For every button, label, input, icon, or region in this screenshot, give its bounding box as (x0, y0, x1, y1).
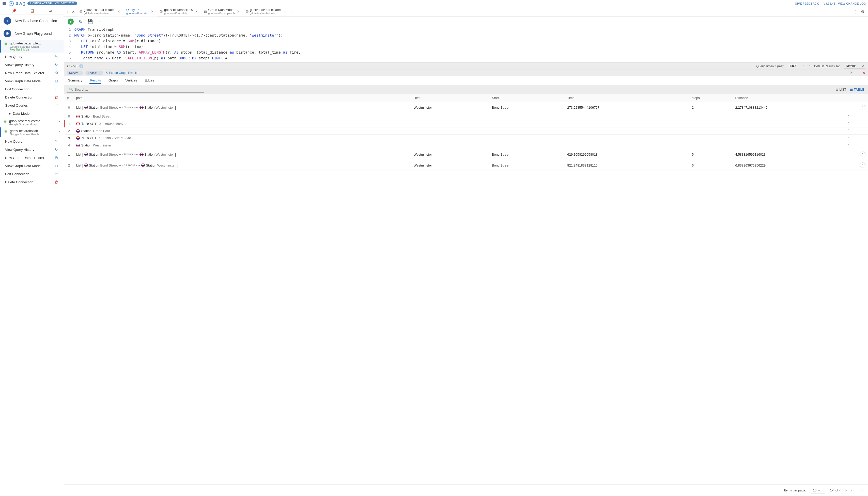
export-results-button[interactable]: ⇱ Export Graph Results (106, 71, 138, 75)
view-model-action[interactable]: View Graph Data Model⊟ (0, 77, 64, 85)
settings-icon[interactable]: ⚙ (861, 10, 865, 14)
col-start[interactable]: Start (489, 94, 565, 102)
expand-row-button[interactable]: ˅ (860, 162, 866, 168)
sub-row[interactable]: 0 Station Bond Street ˅ (64, 113, 868, 120)
chevron-up-icon[interactable]: ˄ (808, 64, 812, 68)
menu-icon[interactable] (2, 2, 6, 5)
tab-next-icon[interactable]: › (290, 8, 294, 15)
view-history-action[interactable]: View Query History↻ (0, 61, 64, 69)
sub-row[interactable]: 3 ↻ ROUTE 1.3519655931740646 ˅ (64, 135, 868, 142)
connection-example[interactable]: gdotv-test/example… Google Spanner Graph… (0, 40, 64, 52)
save-icon[interactable]: 💾 (87, 19, 93, 25)
result-tab-summary[interactable]: Summary (68, 77, 83, 84)
timeout-input[interactable] (787, 64, 799, 68)
expand-row-button[interactable]: ˅ (860, 152, 866, 157)
collapse-row-button[interactable]: ˄ (860, 105, 866, 110)
view-model-action-2[interactable]: View Graph Data Model⊟ (0, 162, 64, 170)
delete-conn-action-2[interactable]: Delete Connection🗑 (0, 178, 64, 186)
result-tab-edges[interactable]: Edges (144, 77, 154, 84)
code-content[interactable]: GRAPH TransitGraph MATCH p=(src:Station{… (74, 27, 868, 61)
close-icon[interactable]: ✕ (863, 71, 866, 75)
col-idx[interactable]: # (64, 94, 74, 102)
tab-transitdb0[interactable]: ⛁ gdotv-test/transitdb0gdotv-test/transi… (157, 7, 201, 16)
tab-close-left-icon[interactable]: ✕ (70, 8, 76, 15)
new-explorer-action-2[interactable]: New Graph Data Explorer⛁ (0, 154, 64, 162)
list-view-button[interactable]: ▤ LIST (836, 88, 847, 91)
delete-conn-action[interactable]: Delete Connection🗑 (0, 93, 64, 101)
code-editor[interactable]: 123456 GRAPH TransitGraph MATCH p=(src:S… (64, 27, 868, 62)
chevron-down-icon[interactable]: ˅ (848, 136, 855, 140)
search-input[interactable] (75, 88, 201, 91)
help-icon[interactable]: ? (850, 71, 852, 75)
close-icon[interactable]: ✕ (283, 10, 287, 13)
run-button[interactable]: ▶ (68, 18, 74, 25)
last-page-icon[interactable]: ›| (862, 489, 864, 492)
result-tab-results[interactable]: Results (89, 77, 101, 84)
table-row[interactable]: 0 List[ Station Bond Street •••3 more•••… (64, 102, 868, 113)
version-link[interactable]: V3.21.42 - VIEW CHANGE LOG (824, 2, 866, 5)
data-model-action[interactable]: ▸ Data Model (0, 109, 64, 118)
tfl-icon (140, 153, 143, 156)
col-distance[interactable]: Distance (733, 94, 857, 102)
minimize-icon[interactable]: — (855, 71, 859, 75)
saved-queries-action[interactable]: Saved Queries˅ (0, 101, 64, 109)
close-icon[interactable]: ✕ (195, 10, 198, 13)
next-page-icon[interactable]: › (856, 489, 857, 492)
chevron-up-icon[interactable]: ˄ (58, 130, 60, 135)
kebab-icon[interactable]: ⋮ (854, 10, 858, 14)
tab-real-estate0[interactable]: ⛁ gdotv-test/real-estate0gdotv-test/real… (77, 7, 123, 16)
view-history-action-2[interactable]: View Query History↻ (0, 145, 64, 154)
table-row[interactable]: 1 List[ Station Bond Street •••9 more•••… (64, 149, 868, 160)
result-tab-graph[interactable]: Graph (108, 77, 118, 84)
add-icon[interactable]: ＋ (98, 19, 102, 25)
license-badge[interactable]: LICENSE ACTIVE UNTIL 06/02/2025 (27, 1, 77, 5)
edit-conn-action-2[interactable]: Edit Connection▭ (0, 170, 64, 178)
chevron-down-icon[interactable]: ˅ (848, 114, 855, 118)
table-row[interactable]: 2 List[ Station Bond Street •••11 more••… (64, 160, 868, 171)
clipboard-icon[interactable]: 📋 (30, 9, 34, 13)
col-dest[interactable]: Dest (411, 94, 489, 102)
first-page-icon[interactable]: |‹ (845, 489, 847, 492)
pin-icon[interactable]: 📌 (12, 9, 16, 13)
new-query-action-2[interactable]: New Query✎ (0, 137, 64, 145)
sidebar-resize-handle[interactable] (63, 7, 64, 496)
connection-transitdb[interactable]: gdotv-test/transitdb Google Spanner Grap… (0, 127, 64, 137)
chevron-down-icon[interactable]: ˅ (57, 103, 59, 107)
col-time[interactable]: Time (565, 94, 689, 102)
new-query-action[interactable]: New Query✎ (0, 52, 64, 61)
chevron-down-icon[interactable]: ˅ (848, 143, 855, 147)
close-icon[interactable]: ✕ (150, 10, 154, 13)
tab-graph-model[interactable]: ⊟ Graph Data Modelgdotv-test/example-db … (201, 7, 243, 16)
history-icon[interactable]: ↻ (79, 19, 82, 25)
chevron-down-icon[interactable]: ˅ (802, 64, 806, 68)
info-icon[interactable]: i (79, 64, 83, 68)
result-tab-vertices[interactable]: Vertices (125, 77, 137, 84)
close-icon[interactable]: ✕ (117, 10, 121, 13)
sub-row[interactable]: 4 Station Westminster ˅ (64, 142, 868, 149)
col-stops[interactable]: stops (689, 94, 733, 102)
chevron-down-icon[interactable]: ˅ (848, 129, 855, 133)
prev-page-icon[interactable]: ‹ (851, 489, 852, 492)
tab-query1[interactable]: Query1 *gdotv-test/transitdb ✕ (124, 7, 157, 16)
new-playground-button[interactable]: ⚙ New Graph Playground (0, 27, 64, 40)
new-explorer-action[interactable]: New Graph Data Explorer⛁ (0, 69, 64, 77)
chevron-down-icon[interactable]: ˅ (848, 122, 855, 126)
tab-prev-icon[interactable]: ‹ (65, 8, 70, 15)
items-per-page-select[interactable]: 10 ▾ (811, 487, 826, 494)
default-tab-select[interactable]: Default (844, 63, 865, 69)
new-db-connection-button[interactable]: ＋ New Database Connection (0, 14, 64, 27)
col-path[interactable]: path (74, 94, 411, 102)
feedback-link[interactable]: GIVE FEEDBACK (795, 2, 819, 5)
close-icon[interactable]: ✕ (236, 10, 240, 13)
chevron-down-icon[interactable]: ˅ (58, 121, 60, 125)
edit-conn-action[interactable]: Edit Connection▭ (0, 85, 64, 93)
tab-real-estate1[interactable]: ⛁ gdotv-test/real-estate1gdotv-test/real… (243, 7, 289, 16)
table-view-button[interactable]: ▦ TABLE (850, 88, 865, 91)
archive-icon[interactable]: 🗂 (48, 9, 52, 13)
sub-row[interactable]: 1 ↻ ROUTE 0.92650549564728 ˅ (64, 120, 868, 127)
connection-real-estate[interactable]: gdotv-test/real-estate Google Spanner Gr… (0, 118, 64, 127)
chevron-up-icon[interactable]: ˄ (58, 44, 60, 48)
search-box[interactable]: 🔍 (66, 87, 204, 93)
conn-title: gdotv-test/real-estate (9, 119, 40, 123)
sub-row[interactable]: 2 Station Green Park ˅ (64, 127, 868, 135)
